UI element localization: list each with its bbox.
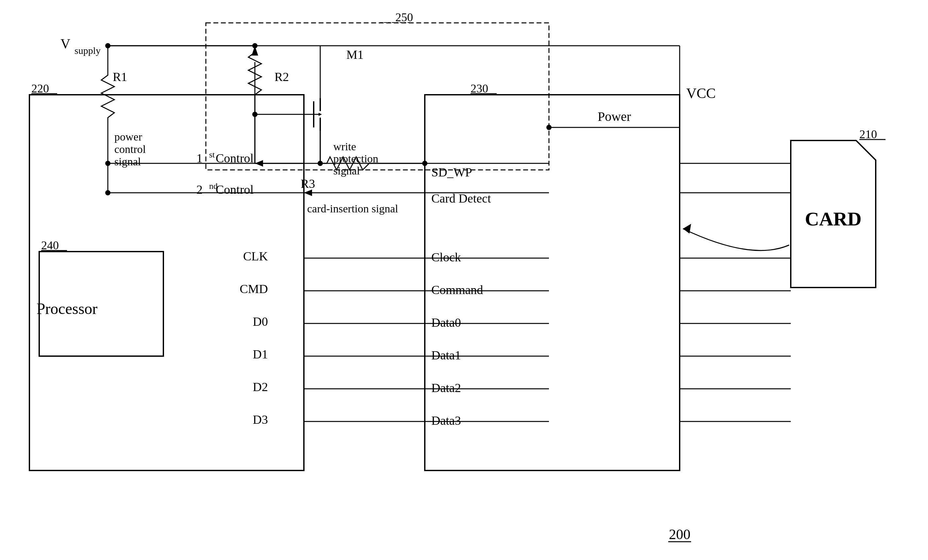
data2-label: Data2 <box>431 381 461 395</box>
label-220: 220 <box>31 82 49 95</box>
label-230: 230 <box>470 82 488 95</box>
command-label: Command <box>431 283 483 297</box>
label-240: 240 <box>41 239 59 252</box>
card-label: CARD <box>805 208 861 230</box>
vsupply-label: V <box>61 36 70 51</box>
d2-label: D2 <box>253 380 268 394</box>
write-protection-label3: signal <box>333 165 360 177</box>
clk-label: CLK <box>243 249 268 263</box>
vcc-junction <box>546 125 552 130</box>
first-control-text: Control <box>216 151 253 165</box>
power-control-label3: signal <box>114 156 141 168</box>
power-control-label2: control <box>114 143 146 155</box>
first-control-sup: st <box>209 150 215 159</box>
power-label: Power <box>598 109 631 124</box>
clock-label: Clock <box>431 250 461 264</box>
data0-label: Data0 <box>431 316 461 330</box>
r3-label: R3 <box>301 177 315 191</box>
ref-200-label: 200 <box>669 526 690 542</box>
data1-label: Data1 <box>431 348 461 362</box>
card-detect-label: Card Detect <box>431 191 491 205</box>
label-250: 250 <box>395 11 413 24</box>
svg-rect-0 <box>0 0 928 560</box>
vcc-label: VCC <box>686 85 716 101</box>
vsupply-sub: supply <box>75 45 101 56</box>
second-control-label: 2 <box>196 183 203 196</box>
second-control-text: Control <box>216 183 253 196</box>
d3-label: D3 <box>253 413 268 426</box>
vsupply-top-junction <box>252 43 258 48</box>
label-210: 210 <box>859 128 877 141</box>
r2-label: R2 <box>275 70 289 84</box>
power-control-label: power <box>114 131 142 143</box>
r1-label: R1 <box>113 70 127 84</box>
data3-label: Data3 <box>431 414 461 427</box>
mosfet-source-junction <box>317 161 323 166</box>
d1-label: D1 <box>253 347 268 361</box>
write-protection-label2: protection <box>333 153 379 165</box>
processor-label: Processor <box>37 300 98 317</box>
cmd-label: CMD <box>240 282 268 296</box>
card-insertion-label: card-insertion signal <box>307 203 398 215</box>
first-control-label: 1 <box>196 151 203 165</box>
m1-label: M1 <box>346 48 364 61</box>
sd-wp-label: SD_WP <box>431 165 472 179</box>
write-protection-label: write <box>333 140 356 153</box>
d0-label: D0 <box>253 314 268 328</box>
